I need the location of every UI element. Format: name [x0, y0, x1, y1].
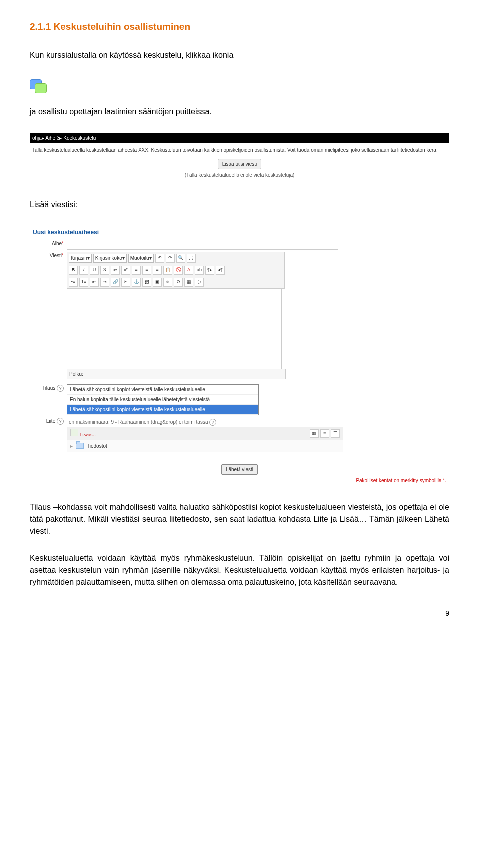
subscript-icon[interactable]: x₂ — [111, 266, 120, 275]
intro-text-1: Kun kurssialustalla on käytössä keskuste… — [30, 49, 449, 61]
emoji-icon[interactable]: ☺ — [163, 278, 172, 287]
tree-caret-icon[interactable]: ▸ — [70, 442, 73, 450]
editor-toolbar: Kirjasin ▾ Kirjasinkoko ▾ Muotoilu ▾ ↶ ↷… — [67, 252, 285, 289]
intro-text-2: ja osallistu opettajan laatimien sääntöj… — [30, 106, 449, 118]
label-viesti: Viesti — [50, 253, 62, 258]
format-select[interactable]: Muotoilu ▾ — [128, 254, 154, 263]
align-left-icon[interactable]: ≡ — [132, 266, 141, 275]
text-color-icon[interactable]: A — [184, 266, 193, 275]
discussion-icon — [30, 79, 47, 93]
screenshot-forum-page: ohja▸ Aihe 3▸ Koekeskustelu Tällä keskus… — [30, 133, 449, 184]
add-topic-button[interactable]: Lisää uusi viesti — [218, 159, 262, 169]
dropdown-option-selected[interactable]: Lähetä sähköpostiini kopiot viesteistä t… — [67, 405, 258, 415]
path-label: Polku: — [69, 371, 83, 377]
paste-icon[interactable]: 📋 — [163, 266, 172, 275]
paragraph-tilaus: Tilaus –kohdassa voit mahdollisesti vali… — [30, 501, 449, 537]
view-icons-icon[interactable]: ▦ — [310, 429, 319, 438]
form-legend: Uusi keskusteluaiheesi — [30, 226, 449, 239]
clear-format-icon[interactable]: 🚫 — [174, 266, 183, 275]
superscript-icon[interactable]: x² — [121, 266, 130, 275]
find-icon[interactable]: 🔍 — [176, 254, 185, 263]
submit-button[interactable]: Lähetä viesti — [221, 464, 258, 475]
attachment-folder-label: Tiedostot — [87, 442, 107, 450]
table-icon[interactable]: ▦ — [184, 278, 193, 287]
bold-icon[interactable]: B — [69, 266, 78, 275]
image-icon[interactable]: 🖼 — [142, 278, 151, 287]
dropdown-option[interactable]: En halua kopioita tälle keskustelualueel… — [67, 395, 258, 405]
view-tree-icon[interactable]: ☰ — [331, 429, 340, 438]
unlink-icon[interactable]: ✂ — [121, 278, 130, 287]
align-right-icon[interactable]: ≡ — [153, 266, 162, 275]
ol-icon[interactable]: 1≡ — [79, 278, 88, 287]
page-number: 9 — [30, 608, 449, 619]
attach-limit-text: en maksimimäärä: 9 - Raahaaminen (drag&d… — [69, 419, 208, 425]
attachment-box: Lisää... ▦ ≡ ☰ ▸ Tiedostot — [67, 427, 343, 452]
add-file-icon[interactable] — [70, 429, 78, 436]
highlight-icon[interactable]: ab — [195, 266, 204, 275]
indent-icon[interactable]: ⇥ — [100, 278, 109, 287]
no-discussions-note: (Tällä keskustelualueella ei ole vielä k… — [32, 171, 447, 179]
media-icon[interactable]: ▣ — [153, 278, 162, 287]
char-icon[interactable]: Ω — [174, 278, 183, 287]
font-select[interactable]: Kirjasin ▾ — [69, 254, 92, 263]
screenshot-new-post-form: Uusi keskusteluaiheesi Aihe* Viesti* Kir… — [30, 226, 449, 486]
view-list-icon[interactable]: ≡ — [320, 429, 329, 438]
caption-add-message: Lisää viestisi: — [30, 199, 449, 211]
ul-icon[interactable]: •≡ — [69, 278, 78, 287]
section-heading: 2.1.1 Keskusteluihin osallistuminen — [30, 20, 449, 34]
required-asterisk: * — [62, 241, 64, 246]
fullscreen-icon[interactable]: ⛶ — [187, 254, 196, 263]
label-tilaus: Tilaus — [42, 385, 55, 391]
required-asterisk: * — [62, 253, 64, 258]
outdent-icon[interactable]: ⇤ — [90, 278, 99, 287]
paragraph-group: Keskustelualuetta voidaan käyttää myös r… — [30, 552, 449, 588]
align-center-icon[interactable]: ≡ — [142, 266, 151, 275]
forum-description: Tällä keskustelualueella keskustellaan a… — [32, 146, 447, 154]
help-icon[interactable]: ? — [57, 385, 64, 392]
required-fields-note: Pakolliset kentät on merkitty symbolilla… — [30, 475, 449, 486]
label-aihe: Aihe — [52, 241, 62, 246]
underline-icon[interactable]: U — [90, 266, 99, 275]
message-textarea[interactable] — [67, 289, 282, 369]
anchor-icon[interactable]: ⚓ — [132, 278, 141, 287]
subject-input[interactable] — [67, 240, 338, 250]
redo-icon[interactable]: ↷ — [166, 254, 175, 263]
folder-icon — [76, 443, 84, 449]
italic-icon[interactable]: I — [79, 266, 88, 275]
help-icon[interactable]: ? — [57, 418, 64, 425]
undo-icon[interactable]: ↶ — [155, 254, 164, 263]
breadcrumb-bar: ohja▸ Aihe 3▸ Koekeskustelu — [30, 133, 449, 143]
dropdown-option[interactable]: Lähetä sähköpostiini kopiot viesteistä t… — [67, 385, 258, 395]
help-icon[interactable]: ? — [209, 419, 216, 426]
strike-icon[interactable]: S̶ — [100, 266, 109, 275]
code-icon[interactable]: ⟨⟩ — [195, 278, 204, 287]
subscription-select[interactable]: Lähetä sähköpostiini kopiot viesteistä t… — [67, 384, 259, 415]
label-liite: Liite — [46, 418, 55, 424]
add-file-link[interactable]: Lisää... — [80, 432, 96, 437]
link-icon[interactable]: 🔗 — [111, 278, 120, 287]
rtl-icon[interactable]: ◂¶ — [216, 266, 225, 275]
ltr-icon[interactable]: ¶▸ — [205, 266, 214, 275]
fontsize-select[interactable]: Kirjasinkoko ▾ — [93, 254, 127, 263]
